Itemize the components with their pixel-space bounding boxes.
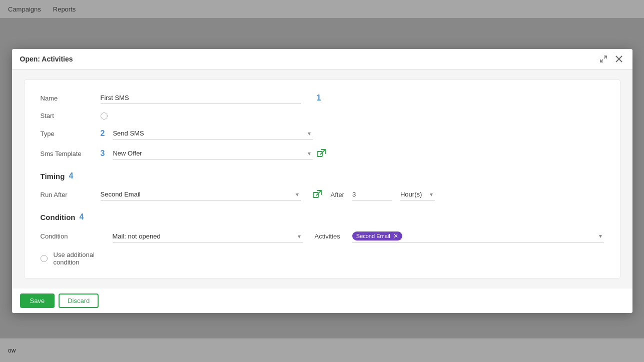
start-row: Start xyxy=(41,112,604,120)
modal-header: Open: Activities xyxy=(12,49,632,70)
sms-template-ext-link[interactable] xyxy=(316,148,327,159)
modal-header-icons xyxy=(597,54,624,64)
condition-title: Condition xyxy=(41,213,76,222)
condition-label: Condition xyxy=(41,232,101,240)
run-after-select[interactable]: Second Email First Email First SMS xyxy=(101,188,301,200)
activities-tag-text: Second Email xyxy=(356,233,390,239)
save-button[interactable]: Save xyxy=(20,294,55,308)
modal-footer: Save Discard xyxy=(12,288,632,313)
type-field-wrap: Send SMS Send Email Send WhatsApp ▾ xyxy=(113,128,313,140)
use-additional-checkbox[interactable] xyxy=(41,255,48,262)
step-number-3: 3 xyxy=(101,149,105,158)
type-select[interactable]: Send SMS Send Email Send WhatsApp xyxy=(113,128,313,140)
step-number-2: 2 xyxy=(101,129,105,138)
use-additional-label: Use additional condition xyxy=(54,251,95,266)
use-additional-row: Use additional condition xyxy=(41,251,604,266)
svg-rect-4 xyxy=(317,152,322,156)
step-number-4b: 4 xyxy=(79,212,84,222)
form-card: Name 1 Start Type 2 xyxy=(24,80,620,278)
activities-dropdown-arrow[interactable]: ▾ xyxy=(599,232,604,240)
name-row: Name 1 xyxy=(41,92,604,104)
modal-body: Name 1 Start Type 2 xyxy=(12,70,632,288)
name-field-wrap xyxy=(101,92,301,104)
sms-template-row: Sms Template 3 New Offer Welcome Promo ▾ xyxy=(41,148,604,160)
condition-select[interactable]: Mail: not opened Mail: opened Mail: clic… xyxy=(113,230,303,242)
close-button[interactable] xyxy=(613,54,624,64)
step-number-1: 1 xyxy=(317,94,321,102)
start-label: Start xyxy=(41,112,101,120)
sms-template-label: Sms Template xyxy=(41,150,101,158)
expand-button[interactable] xyxy=(597,54,609,64)
step-number-4: 4 xyxy=(69,172,73,180)
name-label: Name xyxy=(41,94,101,102)
condition-section-header: Condition 4 xyxy=(41,212,604,222)
hours-select-wrap: Hour(s) Day(s) Week(s) ▾ xyxy=(400,188,435,200)
activities-tag: Second Email ✕ xyxy=(352,232,402,240)
activities-select-wrap: Second Email ✕ ▾ xyxy=(352,230,604,243)
condition-row: Condition Mail: not opened Mail: opened … xyxy=(41,230,604,243)
after-label: After xyxy=(331,191,344,198)
sms-template-select-wrap: New Offer Welcome Promo ▾ xyxy=(113,148,313,160)
activities-tag-remove[interactable]: ✕ xyxy=(392,232,399,240)
discard-button[interactable]: Discard xyxy=(59,294,99,308)
modal-overlay: Open: Activities xyxy=(0,0,644,362)
run-after-select-wrap: Second Email First Email First SMS ▾ xyxy=(101,188,301,200)
type-label: Type xyxy=(41,130,101,138)
run-after-label: Run After xyxy=(41,191,101,198)
activities-label: Activities xyxy=(315,232,340,240)
svg-rect-6 xyxy=(313,192,318,198)
timing-title: Timing xyxy=(41,172,65,180)
run-after-row: Run After Second Email First Email First… xyxy=(41,188,604,200)
name-input[interactable] xyxy=(101,92,301,104)
svg-line-5 xyxy=(320,150,325,154)
sms-template-field-wrap: New Offer Welcome Promo ▾ xyxy=(113,148,313,160)
type-row: Type 2 Send SMS Send Email Send WhatsApp… xyxy=(41,128,604,140)
sms-template-select[interactable]: New Offer Welcome Promo xyxy=(113,148,313,160)
condition-select-wrap: Mail: not opened Mail: opened Mail: clic… xyxy=(113,230,303,242)
timing-row: Second Email First Email First SMS ▾ xyxy=(101,188,435,200)
modal-title: Open: Activities xyxy=(20,55,73,63)
run-after-ext-link[interactable] xyxy=(312,189,323,200)
type-select-wrap: Send SMS Send Email Send WhatsApp ▾ xyxy=(113,128,313,140)
hours-select[interactable]: Hour(s) Day(s) Week(s) xyxy=(400,188,435,200)
after-input[interactable] xyxy=(352,188,392,200)
timing-section-header: Timing 4 xyxy=(41,172,604,180)
modal-dialog: Open: Activities xyxy=(12,49,632,313)
svg-line-7 xyxy=(316,190,321,196)
start-checkbox[interactable] xyxy=(101,112,108,120)
